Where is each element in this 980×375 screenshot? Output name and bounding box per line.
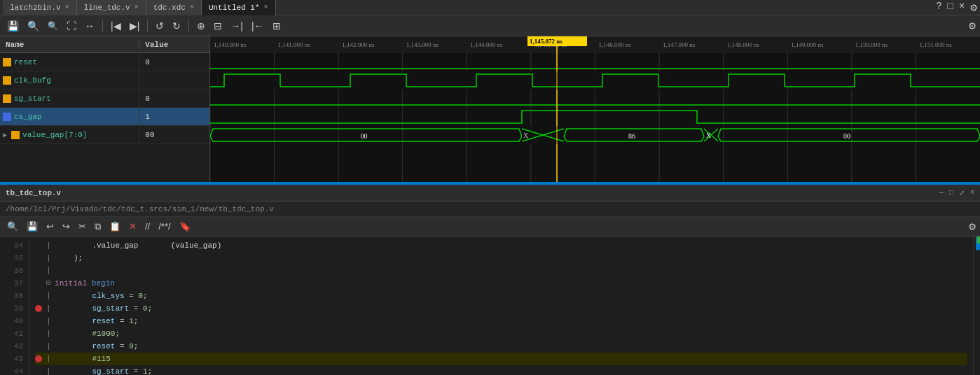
code-line-43: | #115	[35, 353, 967, 365]
close-main-icon[interactable]: ×	[959, 1, 965, 15]
save-button[interactable]: 💾	[4, 19, 22, 33]
code-paste-button[interactable]: 📋	[106, 220, 123, 233]
error-indicator	[977, 236, 980, 243]
code-restore-button[interactable]: □	[949, 189, 953, 197]
go-start-button[interactable]: |◀	[108, 19, 124, 33]
zoom-fit-button[interactable]: ⛶	[64, 19, 79, 33]
code-toolbar: 🔍 💾 ↩ ↪ ✂ ⧉ 📋 ✕ // /**/ 🔖 ⚙	[0, 217, 980, 236]
code-panel-title: tb_tdc_top.v	[6, 189, 61, 197]
value-col-header: Value	[139, 41, 209, 49]
tab-line-tdc[interactable]: line_tdc.v ×	[77, 0, 146, 15]
code-scrollbar[interactable]	[973, 236, 980, 375]
tab-label: line_tdc.v	[84, 3, 130, 12]
code-panel: tb_tdc_top.v — □ ⤢ × /home/lcl/Prj/Vivad…	[0, 183, 980, 375]
code-block-comment-button[interactable]: /**/	[156, 220, 173, 233]
go-end-button[interactable]: ▶|	[127, 19, 143, 33]
code-line-34: | .value_gap (value_gap)	[35, 239, 967, 252]
code-content[interactable]: | .value_gap (value_gap) | ); | ⊟ initia…	[29, 236, 973, 375]
add-marker-button[interactable]: ⊕	[194, 19, 208, 33]
tab-label: latch2bin.v	[10, 3, 61, 12]
code-line-37: ⊟ initial begin	[35, 277, 967, 290]
code-line-35: | );	[35, 252, 967, 264]
signal-row-reset[interactable]: reset 0	[0, 53, 209, 71]
code-line-41: | #1000;	[35, 327, 967, 340]
breakpoint-39[interactable]	[35, 305, 42, 312]
waveform-area: Name Value reset 0 clk_bufg sg_start 0	[0, 36, 980, 183]
toolbar-right-spacer: ⚙	[969, 19, 976, 33]
collapse-37[interactable]: ⊟	[46, 277, 50, 290]
signal-name-value-gap: value_gap[7:0]	[22, 131, 87, 139]
code-delete-button[interactable]: ✕	[126, 220, 139, 233]
toolbar-settings-icon[interactable]: ⚙	[969, 20, 976, 33]
code-search-button[interactable]: 🔍	[4, 220, 21, 233]
code-line-42: | reset = 0;	[35, 340, 967, 353]
signal-name-reset: reset	[14, 58, 37, 66]
waveform-toolbar: 💾 🔍 🔍 ⛶ ↔ |◀ ▶| ↺ ↻ ⊕ ⊟ →| |← ⊞ ⚙	[0, 15, 980, 36]
code-comment-button[interactable]: //	[142, 220, 153, 233]
tab-untitled[interactable]: Untitled 1* ×	[202, 0, 276, 15]
tab-close-untitled[interactable]: ×	[264, 3, 268, 11]
code-close-button[interactable]: ×	[970, 189, 974, 197]
signal-row-cs-gap[interactable]: cs_gap 1	[0, 108, 209, 126]
name-col-header: Name	[0, 41, 139, 49]
tab-label: Untitled 1*	[209, 3, 260, 12]
next-cursor-button[interactable]: ↻	[170, 19, 184, 33]
code-save-button[interactable]: 💾	[24, 220, 41, 233]
code-line-39: | sg_start = 0;	[35, 302, 967, 315]
zoom-select-button[interactable]: ↔	[82, 19, 97, 33]
signal-value-reset: 0	[139, 58, 209, 66]
tab-label: tdc.xdc	[153, 3, 186, 12]
signal-name-clk-bufg: clk_bufg	[14, 76, 51, 85]
code-redo-button[interactable]: ↪	[60, 220, 73, 233]
signal-value-sg-start: 0	[139, 94, 209, 103]
next-edge-button[interactable]: →|	[228, 19, 246, 33]
code-line-36: |	[35, 264, 967, 277]
code-line-38: | clk_sys = 0;	[35, 290, 967, 302]
sep3	[188, 20, 189, 32]
help-icon[interactable]: ?	[936, 1, 941, 15]
code-settings-icon[interactable]: ⚙	[969, 221, 976, 234]
signal-name-cs-gap: cs_gap	[14, 113, 42, 121]
signal-config-button[interactable]: ⊞	[270, 19, 284, 33]
prev-edge-button[interactable]: |←	[249, 19, 267, 33]
restore-icon[interactable]: □	[948, 1, 953, 15]
zoom-in-button[interactable]: 🔍	[25, 19, 42, 33]
tab-close-line-tdc[interactable]: ×	[134, 3, 139, 11]
code-minimize-button[interactable]: —	[939, 189, 944, 197]
breakpoint-43[interactable]	[35, 355, 42, 362]
code-copy-button[interactable]: ⧉	[92, 220, 104, 234]
waveform-canvas[interactable]	[210, 36, 980, 182]
code-undo-button[interactable]: ↩	[43, 220, 57, 233]
settings-icon[interactable]: ⚙	[970, 1, 977, 15]
prev-cursor-button[interactable]: ↺	[153, 19, 167, 33]
signal-row-clk-bufg[interactable]: clk_bufg	[0, 71, 209, 90]
zoom-out-button[interactable]: 🔍	[45, 20, 61, 32]
sg-start-icon	[3, 94, 11, 103]
signal-row-value-gap[interactable]: ▶ value_gap[7:0] 00	[0, 126, 209, 144]
remove-marker-button[interactable]: ⊟	[211, 19, 225, 33]
signal-name-sg-start: sg_start	[14, 94, 51, 103]
code-line-40: | reset = 1;	[35, 315, 967, 327]
sep1	[102, 20, 103, 32]
expand-icon-value-gap[interactable]: ▶	[3, 131, 7, 139]
window-controls: ? □ × ⚙	[936, 1, 977, 15]
tab-tdc-xdc[interactable]: tdc.xdc ×	[146, 0, 202, 15]
signal-value-cs-gap: 1	[139, 113, 209, 121]
reset-icon	[3, 58, 11, 66]
line-numbers: 34 35 36 37 38 39 40 41 42 43 44 45 46 4…	[0, 236, 29, 375]
code-expand-button[interactable]: ⤢	[959, 189, 965, 197]
tab-bar: latch2bin.v × line_tdc.v × tdc.xdc × Unt…	[0, 0, 980, 15]
signal-header: Name Value	[0, 36, 209, 53]
signal-value-value-gap: 00	[139, 131, 209, 139]
code-line-44: | sg_start = 1;	[35, 365, 967, 375]
cs-gap-icon	[3, 113, 11, 121]
tab-latch2bin[interactable]: latch2bin.v ×	[3, 0, 77, 15]
wave-canvas-container[interactable]	[210, 36, 980, 182]
code-mark-button[interactable]: 🔖	[177, 220, 193, 233]
value-gap-icon	[11, 131, 20, 139]
tab-close-latch2bin[interactable]: ×	[65, 3, 69, 11]
signal-row-sg-start[interactable]: sg_start 0	[0, 90, 209, 108]
tab-close-tdc-xdc[interactable]: ×	[190, 3, 194, 11]
code-cut-button[interactable]: ✂	[76, 220, 89, 233]
clk-bufg-icon	[3, 76, 11, 85]
